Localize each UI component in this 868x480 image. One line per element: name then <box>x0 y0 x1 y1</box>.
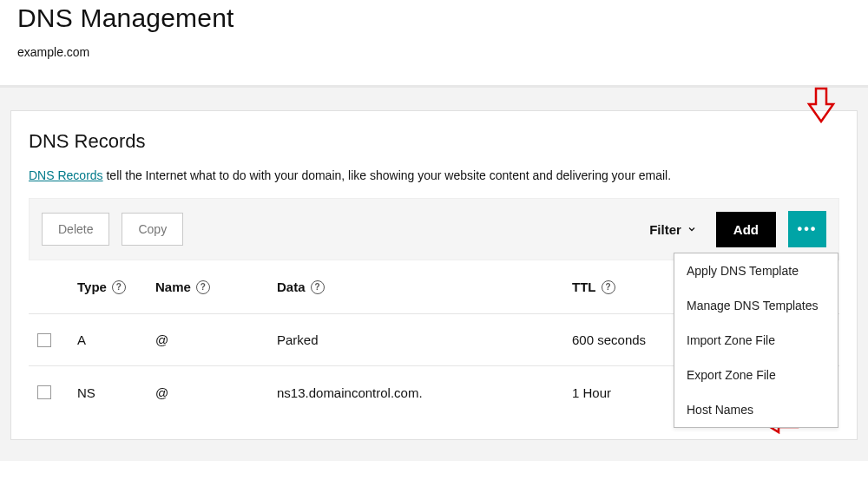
help-text: tell the Internet what to do with your d… <box>103 168 671 182</box>
page-title: DNS Management <box>17 3 851 33</box>
delete-button[interactable]: Delete <box>42 213 109 246</box>
copy-button[interactable]: Copy <box>122 213 183 246</box>
domain-name: example.com <box>17 45 851 59</box>
menu-import-zone-file[interactable]: Import Zone File <box>674 323 838 358</box>
filter-label: Filter <box>649 222 681 237</box>
help-icon[interactable]: ? <box>112 280 126 294</box>
help-line: DNS Records tell the Internet what to do… <box>29 168 839 182</box>
dns-records-card: DNS Records DNS Records tell the Interne… <box>10 110 858 440</box>
cell-ttl: 600 seconds <box>572 332 646 347</box>
menu-host-names[interactable]: Host Names <box>674 392 838 427</box>
toolbar: Delete Copy Filter Add ••• Apply DNS Tem… <box>29 198 839 260</box>
cell-ttl: 1 Hour <box>572 385 611 400</box>
cell-type: NS <box>77 385 95 400</box>
menu-apply-dns-template[interactable]: Apply DNS Template <box>674 253 838 288</box>
add-button[interactable]: Add <box>716 212 776 247</box>
col-name-label: Name <box>155 279 191 294</box>
ellipsis-icon: ••• <box>798 221 818 237</box>
menu-export-zone-file[interactable]: Export Zone File <box>674 358 838 392</box>
section-title: DNS Records <box>29 130 839 153</box>
annotation-arrow-down-icon <box>806 87 836 127</box>
help-icon[interactable]: ? <box>196 280 210 294</box>
cell-name: @ <box>155 332 168 347</box>
more-button[interactable]: ••• <box>788 211 826 247</box>
filter-button[interactable]: Filter <box>642 217 704 242</box>
cell-name: @ <box>155 385 168 400</box>
help-icon[interactable]: ? <box>311 280 325 294</box>
cell-data: ns13.domaincontrol.com. <box>277 385 423 400</box>
col-type-label: Type <box>77 279 107 294</box>
dns-records-link[interactable]: DNS Records <box>29 168 103 182</box>
row-checkbox[interactable] <box>37 333 51 347</box>
menu-manage-dns-templates[interactable]: Manage DNS Templates <box>674 288 838 323</box>
col-data-label: Data <box>277 279 306 294</box>
more-menu: Apply DNS Template Manage DNS Templates … <box>674 253 838 428</box>
page-header: DNS Management example.com <box>0 0 868 69</box>
col-ttl-label: TTL <box>572 279 596 294</box>
content-area: DNS Records DNS Records tell the Interne… <box>0 88 868 461</box>
cell-data: Parked <box>277 332 319 347</box>
help-icon[interactable]: ? <box>602 280 615 294</box>
cell-type: A <box>77 332 86 347</box>
row-checkbox[interactable] <box>37 385 51 399</box>
chevron-down-icon <box>687 222 697 237</box>
